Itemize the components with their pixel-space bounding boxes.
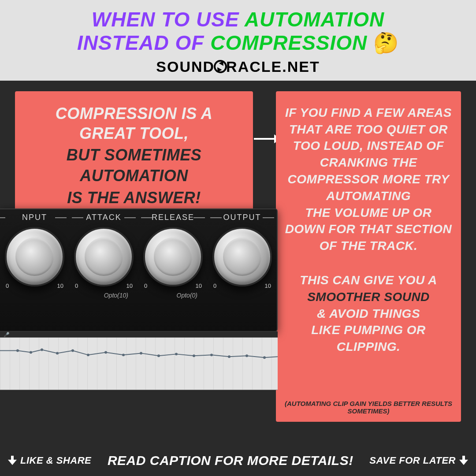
right-p2c: & avoid things bbox=[317, 307, 420, 320]
svg-point-13 bbox=[228, 355, 231, 358]
scale-10: 10 bbox=[126, 283, 133, 289]
download-icon bbox=[8, 456, 17, 465]
release-knob[interactable] bbox=[143, 227, 203, 286]
scale-10: 10 bbox=[57, 283, 63, 289]
scale-0: 0 bbox=[75, 283, 78, 289]
svg-point-2 bbox=[41, 348, 43, 351]
left-line-2: great tool, bbox=[25, 123, 243, 143]
svg-point-11 bbox=[193, 354, 195, 357]
attack-knob[interactable] bbox=[74, 227, 134, 286]
automation-lane[interactable]: 🎤 bbox=[0, 337, 278, 390]
svg-point-14 bbox=[245, 354, 248, 357]
right-para-2: This can give you a smoother sound & avo… bbox=[284, 272, 453, 355]
callout-right: If you find a few areas that are too qui… bbox=[276, 91, 461, 422]
right-footnote: (Automating clip gain yields better resu… bbox=[284, 400, 453, 415]
knob-label-input: NPUT bbox=[0, 213, 69, 222]
svg-point-8 bbox=[140, 352, 142, 354]
scale-10: 10 bbox=[265, 283, 271, 289]
save-later-label: Save for later bbox=[369, 455, 456, 466]
svg-point-7 bbox=[122, 353, 125, 356]
right-p1a: If you find a few areas that are too qui… bbox=[285, 106, 452, 203]
attack-sublabel: Opto(10) bbox=[104, 292, 128, 299]
header-banner: When to use Automation instead of Compre… bbox=[0, 0, 476, 81]
scale-0: 0 bbox=[213, 283, 216, 289]
right-p1b: the volume up or down for that section o… bbox=[285, 206, 452, 253]
right-p2a: This can give you a bbox=[300, 273, 437, 287]
svg-point-9 bbox=[157, 354, 160, 357]
title-highlight-1: Automation bbox=[245, 8, 385, 31]
right-p2b: smoother sound bbox=[307, 290, 430, 304]
right-para-1: If you find a few areas that are too qui… bbox=[284, 104, 453, 254]
footer-center: Read caption for more details! bbox=[108, 453, 353, 468]
svg-point-15 bbox=[263, 356, 266, 359]
recycle-icon bbox=[214, 60, 227, 73]
brand-text-a: SOUND bbox=[156, 58, 215, 75]
automation-curve bbox=[0, 338, 278, 390]
title-part-1: When to use bbox=[92, 8, 245, 31]
svg-point-12 bbox=[210, 353, 213, 356]
release-sublabel: Opto(0) bbox=[177, 292, 197, 299]
scale-10: 10 bbox=[196, 283, 202, 289]
svg-point-10 bbox=[175, 353, 178, 355]
compressor-plugin: NPUT ATTACK RELEASE OUTPUT 0 10 0 10 Opt… bbox=[0, 208, 278, 332]
output-knob[interactable] bbox=[212, 227, 272, 286]
svg-point-6 bbox=[104, 351, 107, 353]
knob-label-attack: ATTACK bbox=[69, 213, 138, 222]
mic-icon: 🎤 bbox=[4, 332, 10, 338]
knob-label-release: RELEASE bbox=[138, 213, 208, 222]
main-content: Compression is a great tool, but sometim… bbox=[0, 81, 476, 442]
title-part-2: instead of bbox=[77, 31, 210, 54]
svg-point-3 bbox=[56, 352, 59, 354]
brand-logo: SOUND RACLE.NET bbox=[9, 58, 467, 75]
footer-right: Save for later bbox=[369, 455, 468, 466]
title-highlight-2: Compression bbox=[210, 31, 367, 54]
knob-label-output: OUTPUT bbox=[208, 213, 277, 222]
title-line-2: instead of Compression 🤔 bbox=[9, 31, 467, 55]
brand-text-b: RACLE.NET bbox=[226, 58, 320, 75]
svg-point-5 bbox=[87, 353, 89, 356]
like-share-label: Like & Share bbox=[20, 455, 91, 466]
knob-row: 0 10 0 10 Opto(10) 0 10 Opto(0) 0 10 bbox=[0, 227, 277, 286]
footer-left: Like & Share bbox=[8, 455, 91, 466]
lane-toolbar: 🎤 bbox=[0, 331, 278, 338]
download-icon bbox=[459, 456, 468, 465]
knob-label-row: NPUT ATTACK RELEASE OUTPUT bbox=[0, 213, 277, 222]
title-line-1: When to use Automation bbox=[9, 8, 467, 31]
input-knob[interactable] bbox=[5, 227, 64, 286]
thinking-emoji-icon: 🤔 bbox=[373, 31, 399, 54]
svg-point-1 bbox=[30, 351, 32, 353]
right-p2d: like pumping or clipping. bbox=[311, 323, 426, 353]
footer-bar: Like & Share Read caption for more detai… bbox=[0, 450, 476, 476]
left-line-4: is the answer! bbox=[25, 188, 243, 208]
left-line-3: but sometimes automation bbox=[25, 145, 243, 186]
left-line-1: Compression is a bbox=[25, 104, 243, 123]
svg-point-4 bbox=[71, 349, 74, 352]
scale-0: 0 bbox=[144, 283, 147, 289]
callout-left: Compression is a great tool, but sometim… bbox=[15, 91, 253, 223]
scale-0: 0 bbox=[6, 283, 9, 289]
svg-point-0 bbox=[16, 349, 19, 352]
